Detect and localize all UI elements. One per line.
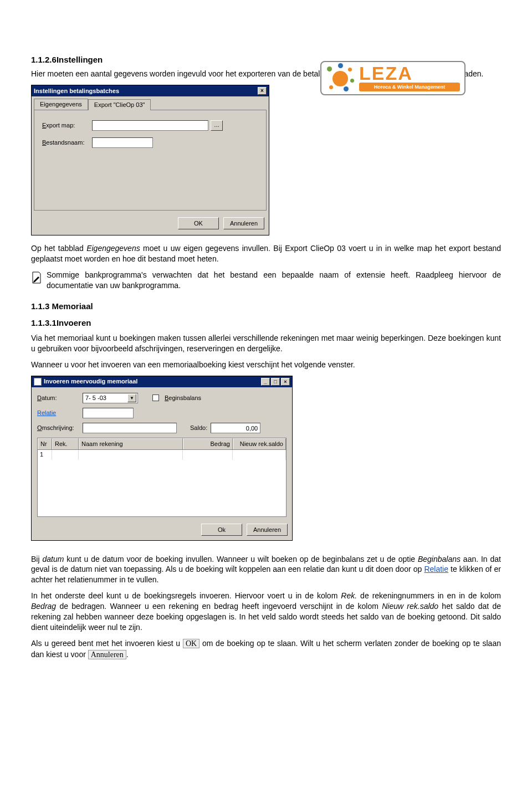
relatie-link[interactable]: Relatie — [37, 409, 79, 417]
label-bestandsnaam: Bestandsnaam: — [42, 139, 92, 147]
close-icon[interactable]: × — [258, 87, 267, 95]
export-map-input[interactable] — [92, 120, 208, 131]
dialog-titlebar: Invoeren meervoudig memoriaal _ □ × — [32, 376, 292, 387]
close-icon[interactable]: × — [281, 378, 290, 386]
memoriaal-p1: Via het memoriaal kunt u boekingen maken… — [31, 333, 501, 354]
datum-input[interactable]: 7- 5 -03 ▼ — [83, 393, 138, 403]
app-icon — [34, 378, 42, 386]
brand-tagline: Horeca & Winkel Management — [359, 83, 460, 91]
relatie-input[interactable] — [83, 408, 134, 418]
label-datum: Datum: — [37, 394, 79, 402]
boekingsregels-grid: Nr Rek. Naam rekening Bedrag Nieuw rek.s… — [37, 438, 287, 517]
col-rek[interactable]: Rek. — [52, 438, 79, 449]
ok-button[interactable]: OK — [178, 217, 219, 229]
section-heading-memoriaal: 1.1.3 Memoriaal — [31, 301, 501, 312]
dialog-titlebar: Instellingen betalingsbatches × — [32, 85, 269, 96]
ok-ref: OK — [183, 639, 200, 648]
brand-name: LEZA — [359, 65, 460, 82]
dialog-invoeren-memoriaal: Invoeren meervoudig memoriaal _ □ × Datu… — [31, 376, 293, 541]
tab-panel-export: Export map: … Bestandsnaam: — [34, 110, 267, 211]
dialog-title: Instellingen betalingsbatches — [34, 87, 119, 95]
memoriaal-p2: Wanneer u voor het invoeren van een memo… — [31, 360, 501, 370]
pencil-note-icon — [31, 271, 42, 284]
annuleren-ref: Annuleren — [88, 650, 126, 659]
tab-eigengegevens[interactable]: Eigengegevens — [34, 99, 88, 110]
label-export-map: Export map: — [42, 121, 92, 130]
col-saldo[interactable]: Nieuw rek.saldo — [233, 438, 286, 449]
label-beginsbalans: Beginsbalans — [165, 394, 201, 402]
chevron-down-icon[interactable]: ▼ — [127, 394, 136, 402]
col-bedrag[interactable]: Bedrag — [183, 438, 233, 449]
paragraph-datum: Bij datum kunt u de datum voor de boekin… — [31, 554, 501, 586]
brand-logo-icon — [326, 63, 356, 93]
col-nr[interactable]: Nr — [38, 438, 52, 449]
note-block: Sommige bankprogramma's verwachten dat h… — [31, 270, 501, 291]
omschrijving-input[interactable] — [83, 423, 177, 433]
paragraph-opslaan: Als u gereed bent met het invoeren kiest… — [31, 638, 501, 660]
relatie-text-link[interactable]: Relatie — [424, 565, 448, 573]
beginsbalans-checkbox[interactable] — [152, 394, 159, 401]
browse-button[interactable]: … — [211, 120, 223, 131]
label-saldo: Saldo: — [190, 424, 207, 432]
table-row[interactable]: 1 — [38, 450, 286, 460]
minimize-icon[interactable]: _ — [261, 378, 270, 386]
dialog-title: Invoeren meervoudig memoriaal — [44, 377, 137, 386]
bestandsnaam-input[interactable] — [92, 137, 153, 148]
ok-button[interactable]: Ok — [201, 524, 242, 536]
cancel-button[interactable]: Annuleren — [247, 524, 288, 536]
tab-export-clieop[interactable]: Export "ClieOp 03" — [88, 99, 151, 110]
dialog-instellingen-betalingsbatches: Instellingen betalingsbatches × Eigengeg… — [31, 85, 269, 235]
label-omschrijving: Omschrijving: — [37, 424, 79, 432]
col-naam[interactable]: Naam rekening — [79, 438, 183, 449]
saldo-value: 0,00 — [211, 423, 260, 433]
paragraph-boekingsregels: In het onderste deel kunt u de boekingsr… — [31, 591, 501, 633]
brand-logo: LEZA Horeca & Winkel Management — [320, 61, 466, 95]
section-heading-invoeren: 1.1.3.1Invoeren — [31, 317, 501, 329]
maximize-icon[interactable]: □ — [271, 378, 280, 386]
paragraph-eigengegevens: Op het tabblad Eigengegevens moet u uw e… — [31, 243, 501, 264]
note-text: Sommige bankprogramma's verwachten dat h… — [47, 270, 501, 291]
cancel-button[interactable]: Annuleren — [223, 217, 264, 229]
